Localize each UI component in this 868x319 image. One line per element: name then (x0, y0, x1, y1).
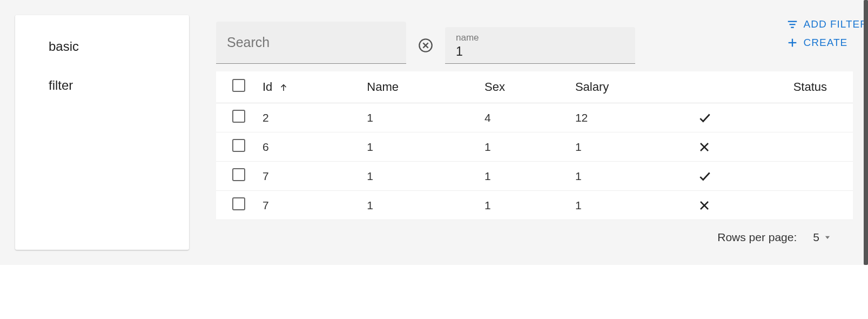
create-button[interactable]: CREATE (786, 37, 848, 49)
svg-rect-4 (789, 24, 795, 25)
add-filter-label: ADD FILTER (804, 18, 868, 30)
main-content: name ADD FILTER CREA (216, 15, 853, 250)
cell-name: 1 (358, 191, 476, 220)
add-filter-button[interactable]: ADD FILTER (786, 18, 868, 30)
svg-rect-3 (788, 21, 797, 22)
select-all-checkbox[interactable] (232, 79, 245, 92)
create-label: CREATE (804, 37, 848, 49)
cell-name: 1 (358, 132, 476, 162)
svg-rect-5 (791, 27, 794, 28)
cell-salary: 12 (567, 103, 689, 132)
cell-sex: 1 (476, 191, 567, 220)
column-header-name[interactable]: Name (358, 71, 476, 103)
sidebar-item-filter[interactable]: filter (15, 66, 189, 105)
chevron-down-icon (824, 234, 831, 241)
sidebar-item-basic[interactable]: basic (15, 27, 189, 66)
cell-id: 7 (254, 191, 358, 220)
pagination: Rows per page: 5 (216, 220, 853, 249)
filter-field[interactable]: name (445, 27, 635, 64)
rows-per-page-label: Rows per page: (717, 231, 797, 244)
column-header-salary[interactable]: Salary (567, 71, 689, 103)
table-row[interactable]: 6111 (216, 132, 853, 162)
cell-status (689, 191, 853, 220)
filter-icon (786, 18, 798, 30)
arrow-up-icon (279, 80, 288, 94)
cell-sex: 1 (476, 162, 567, 191)
column-header-id-label: Id (263, 80, 272, 94)
cell-status (689, 162, 853, 191)
toolbar: name ADD FILTER CREA (216, 15, 853, 64)
scrollbar[interactable] (864, 0, 868, 265)
check-icon (698, 169, 827, 183)
close-circle-icon (418, 38, 433, 53)
cell-name: 1 (358, 162, 476, 191)
row-checkbox[interactable] (232, 168, 245, 181)
cell-sex: 1 (476, 132, 567, 162)
row-checkbox[interactable] (232, 139, 245, 152)
check-icon (698, 111, 827, 125)
search-input[interactable] (216, 22, 406, 64)
cell-salary: 1 (567, 191, 689, 220)
cell-status (689, 103, 853, 132)
cell-status (689, 132, 853, 162)
cell-id: 2 (254, 103, 358, 132)
row-checkbox[interactable] (232, 197, 245, 210)
table-row[interactable]: 21412 (216, 103, 853, 132)
svg-marker-13 (825, 236, 830, 239)
close-icon (698, 199, 827, 212)
data-table: Id Name Sex Salary Status 21412611171 (216, 71, 853, 220)
cell-salary: 1 (567, 132, 689, 162)
table-row[interactable]: 7111 (216, 162, 853, 191)
column-header-sex[interactable]: Sex (476, 71, 567, 103)
sidebar: basic filter (15, 15, 189, 250)
filter-field-label: name (456, 32, 624, 43)
clear-filter-button[interactable] (414, 34, 438, 57)
row-checkbox[interactable] (232, 110, 245, 123)
plus-icon (786, 37, 798, 49)
column-header-status[interactable]: Status (689, 71, 853, 103)
rows-per-page-select[interactable]: 5 (813, 231, 831, 244)
cell-name: 1 (358, 103, 476, 132)
cell-salary: 1 (567, 162, 689, 191)
table-row[interactable]: 7111 (216, 191, 853, 220)
cell-id: 7 (254, 162, 358, 191)
rows-per-page-value: 5 (813, 231, 819, 244)
cell-sex: 4 (476, 103, 567, 132)
close-icon (698, 141, 827, 154)
column-header-id[interactable]: Id (254, 71, 358, 103)
filter-field-input[interactable] (456, 43, 624, 59)
cell-id: 6 (254, 132, 358, 162)
